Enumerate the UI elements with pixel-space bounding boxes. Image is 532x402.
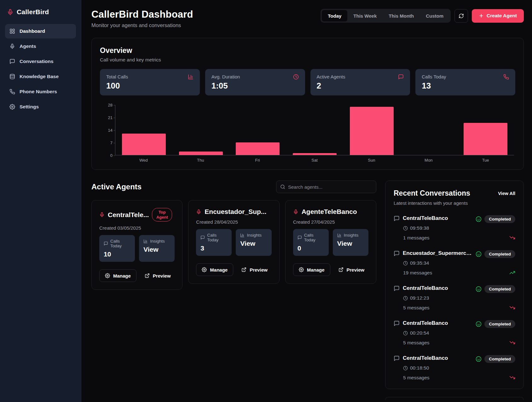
agent-card: CentralTele... Top Agent Created 03/05/2… xyxy=(91,200,182,290)
external-link-icon xyxy=(241,267,246,272)
microphone-icon xyxy=(293,209,298,215)
conversation-message-count: 5 messages xyxy=(403,305,430,311)
chart-x-axis: WedThuFriSatSunMonTue xyxy=(115,158,514,163)
message-icon xyxy=(394,320,400,326)
clock-icon xyxy=(403,366,408,370)
microphone-logo-icon xyxy=(7,9,14,15)
metric-label: Avg. Duration xyxy=(211,74,240,79)
create-agent-button[interactable]: Create Agent xyxy=(472,9,524,23)
conversation-item[interactable]: CentralTeleBanco Completed 09:12:23 5 me… xyxy=(394,285,515,311)
manage-button[interactable]: Manage xyxy=(293,263,330,276)
insights-stat[interactable]: Insights View xyxy=(236,229,271,256)
metric-value: 100 xyxy=(106,81,194,91)
conversation-item[interactable]: CentralTeleBanco Completed 00:20:54 5 me… xyxy=(394,320,515,346)
clock-icon xyxy=(403,261,408,266)
microphone-icon xyxy=(196,209,201,215)
main-content: CallerBird Dashboard Monitor your agents… xyxy=(81,0,532,402)
conversation-item[interactable]: Encuestador_Supermercad... Completed 09:… xyxy=(394,250,515,276)
manage-button[interactable]: Manage xyxy=(99,269,136,282)
overview-title: Overview xyxy=(100,46,515,55)
conversation-agent-name: CentralTeleBanco xyxy=(403,355,473,361)
recent-conversations-subtitle: Latest interactions with your agents xyxy=(394,200,515,206)
manage-button[interactable]: Manage xyxy=(196,263,233,276)
agent-name: AgenteTeleBanco xyxy=(302,208,357,215)
search-agents-input[interactable] xyxy=(288,184,372,190)
message-icon xyxy=(104,241,108,246)
create-agent-label: Create Agent xyxy=(487,13,517,19)
insights-view-link[interactable]: View xyxy=(337,240,364,247)
message-icon xyxy=(398,74,404,80)
preview-button[interactable]: Preview xyxy=(145,273,171,279)
chart-bar xyxy=(293,153,337,155)
sidebar-item-conversations[interactable]: Conversations xyxy=(5,54,76,69)
tab-this-week[interactable]: This Week xyxy=(347,10,383,21)
stat-label: Calls Today xyxy=(304,233,324,242)
calls-today-stat: Calls Today 3 xyxy=(196,229,232,256)
page-header: CallerBird Dashboard Monitor your agents… xyxy=(91,9,193,28)
bar-chart-icon xyxy=(188,74,194,80)
view-all-link[interactable]: View All xyxy=(498,191,515,196)
message-icon xyxy=(394,285,400,291)
chart-y-tick-label: 28 xyxy=(108,103,113,107)
conversation-item[interactable]: CentralTeleBanco Completed 00:18:50 5 me… xyxy=(394,355,515,381)
conversation-agent-name: Encuestador_Supermercad... xyxy=(403,250,473,256)
sidebar-item-settings[interactable]: Settings xyxy=(5,100,76,114)
chart-bar-slot xyxy=(457,105,514,155)
conversation-time: 00:18:50 xyxy=(410,365,429,371)
chart-y-tick-label: 0 xyxy=(110,153,113,158)
message-icon xyxy=(394,250,400,256)
chart-bar xyxy=(236,142,280,155)
overview-subtitle: Call volume and key metrics xyxy=(100,57,515,63)
external-link-icon xyxy=(338,267,344,272)
insights-view-link[interactable]: View xyxy=(240,240,267,247)
agent-card: Encuestador_Sup... Created 28/04/2025 Ca… xyxy=(188,200,279,284)
sidebar-item-knowledge-base[interactable]: Knowledge Base xyxy=(5,69,76,84)
plus-icon xyxy=(479,13,484,18)
preview-button[interactable]: Preview xyxy=(338,267,365,273)
metric-active-agents: Active Agents 2 xyxy=(310,69,410,95)
page-title: CallerBird Dashboard xyxy=(91,9,193,20)
sidebar-item-phone-numbers[interactable]: Phone Numbers xyxy=(5,84,76,99)
phone-icon xyxy=(503,74,509,80)
sidebar-item-agents[interactable]: Agents xyxy=(5,39,76,54)
external-link-icon xyxy=(145,273,150,278)
manage-label: Manage xyxy=(113,273,131,279)
smiley-sentiment-icon xyxy=(476,356,482,362)
chart-bar xyxy=(350,107,394,155)
insights-stat[interactable]: Insights View xyxy=(139,235,175,262)
status-badge: Completed xyxy=(484,320,515,328)
conversation-time: 09:12:23 xyxy=(410,295,429,301)
preview-button[interactable]: Preview xyxy=(241,267,268,273)
active-agents-section: Active Agents CentralTele... xyxy=(91,181,376,400)
refresh-icon xyxy=(459,13,464,19)
insights-stat[interactable]: Insights View xyxy=(333,229,368,256)
chart-bar-slot xyxy=(229,105,286,155)
recent-conversations-title: Recent Conversations xyxy=(394,189,470,198)
tab-today[interactable]: Today xyxy=(322,10,347,21)
clock-icon xyxy=(403,296,408,301)
agent-created-date: Created 27/04/2025 xyxy=(293,219,368,225)
stat-label: Calls Today xyxy=(207,233,227,242)
overview-panel: Overview Call volume and key metrics Tot… xyxy=(91,38,524,170)
calls-today-value: 10 xyxy=(104,250,130,258)
metric-label: Active Agents xyxy=(317,74,345,79)
tab-custom[interactable]: Custom xyxy=(420,10,449,21)
conversation-item[interactable]: CentralTeleBanco Completed 09:59:38 1 me… xyxy=(394,215,515,241)
sidebar-item-dashboard[interactable]: Dashboard xyxy=(5,24,76,38)
calls-today-value: 0 xyxy=(298,244,324,252)
tab-this-month[interactable]: This Month xyxy=(383,10,420,21)
chart-bar-slot xyxy=(286,105,343,155)
microphone-icon xyxy=(9,43,15,49)
app-name: CallerBird xyxy=(17,8,49,16)
refresh-button[interactable] xyxy=(454,9,468,23)
lower-section: Active Agents CentralTele... xyxy=(91,181,524,400)
sidebar-item-label: Phone Numbers xyxy=(20,89,57,95)
agent-card: AgenteTeleBanco Created 27/04/2025 Calls… xyxy=(285,200,376,284)
stat-label: Insights xyxy=(247,233,262,238)
conversation-time: 09:35:34 xyxy=(410,260,429,266)
bar-chart-icon xyxy=(143,239,148,244)
conversation-agent-name: CentralTeleBanco xyxy=(403,285,473,291)
insights-view-link[interactable]: View xyxy=(143,246,170,253)
message-icon xyxy=(394,215,400,221)
chart-y-tick-label: 7 xyxy=(110,141,113,145)
